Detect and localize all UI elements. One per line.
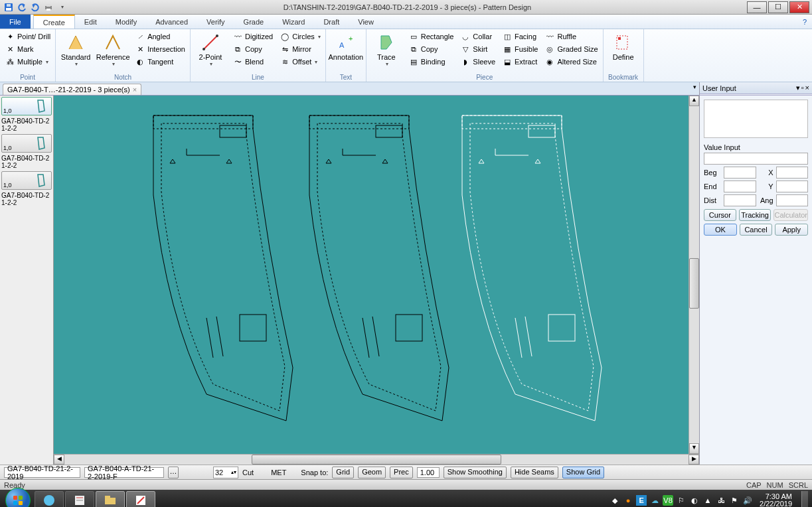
piece-thumbnail-3[interactable]: 1,0 — [1, 171, 52, 190]
qa-undo-icon[interactable] — [16, 1, 28, 13]
rectangle-button[interactable]: ▭Rectangle — [406, 31, 456, 42]
mirror-button[interactable]: ⇋Mirror — [278, 43, 323, 55]
tray-icon[interactable]: ◐ — [689, 495, 700, 506]
multiple-button[interactable]: ⁂Multiple — [3, 56, 52, 68]
x-field[interactable] — [776, 167, 809, 179]
tray-volume-icon[interactable]: 🔊 — [742, 495, 753, 506]
reference-notch-button[interactable]: Reference — [96, 31, 130, 68]
qa-redo-icon[interactable] — [29, 1, 41, 13]
menu-file[interactable]: File — [0, 15, 31, 29]
tray-icon[interactable]: ● — [623, 495, 633, 506]
menu-modify[interactable]: Modify — [106, 15, 146, 29]
binding-button[interactable]: ▤Binding — [406, 56, 456, 68]
ruffle-button[interactable]: 〰Ruffle — [542, 31, 600, 42]
two-point-button[interactable]: 2-Point — [193, 31, 228, 68]
y-field[interactable] — [776, 181, 809, 192]
close-button[interactable]: ✕ — [789, 1, 809, 13]
scroll-left-button[interactable]: ◀ — [54, 455, 64, 465]
quick-file2[interactable]: GA7-B040-A-TD-21-2-2019-F — [84, 467, 164, 478]
blend-button[interactable]: 〜Blend — [230, 56, 275, 68]
snap-geom-button[interactable]: Geom — [358, 467, 386, 478]
sleeve-button[interactable]: ◗Sleeve — [458, 56, 497, 68]
horizontal-scrollbar[interactable]: ◀ ▶ — [54, 454, 699, 465]
taskbar-app-2[interactable] — [65, 491, 94, 507]
collar-button[interactable]: ◡Collar — [458, 31, 497, 42]
tray-icon[interactable]: ▲ — [702, 495, 713, 506]
offset-button[interactable]: ≋Offset — [278, 56, 323, 68]
tray-flag-icon[interactable]: ⚑ — [729, 495, 740, 506]
altered-size-button[interactable]: ◉Altered Size — [542, 56, 600, 68]
tray-icon[interactable]: E — [636, 495, 647, 506]
menu-verify[interactable]: Verify — [197, 15, 234, 29]
scroll-thumb[interactable] — [252, 455, 501, 465]
copy-piece-button[interactable]: ⧉Copy — [406, 43, 456, 55]
digitized-button[interactable]: 〰Digitized — [230, 31, 275, 42]
tray-icon[interactable]: ⚐ — [676, 495, 687, 506]
document-tab-close-icon[interactable]: × — [133, 86, 137, 94]
snap-value[interactable]: 1.00 — [417, 467, 440, 478]
tray-icon[interactable]: ◆ — [609, 495, 620, 506]
scroll-up-button[interactable]: ▲ — [689, 96, 699, 106]
menu-edit[interactable]: Edit — [75, 15, 106, 29]
document-tab-active[interactable]: GA7-B040-T…-21-2-2019 - 3 piece(s) × — [3, 84, 141, 95]
point-drill-button[interactable]: ✦Point/ Drill — [3, 31, 52, 42]
hide-seams-button[interactable]: Hide Seams — [511, 467, 558, 478]
tray-icon[interactable]: V8 — [663, 495, 673, 506]
show-grid-button[interactable]: Show Grid — [562, 467, 604, 478]
menu-view[interactable]: View — [349, 15, 383, 29]
tangent-button[interactable]: ◐Tangent — [133, 56, 187, 68]
facing-button[interactable]: ◫Facing — [500, 31, 540, 42]
cancel-button[interactable]: Cancel — [740, 224, 773, 236]
intersection-button[interactable]: ✕Intersection — [133, 43, 187, 55]
value-input-field[interactable] — [704, 153, 808, 165]
panel-dropdown-icon[interactable]: ▾ — [796, 84, 800, 92]
quick-file1[interactable]: GA7-B040-TD-21-2-2019 — [4, 467, 80, 478]
taskbar-app-4[interactable] — [126, 491, 155, 507]
tray-icon[interactable]: ☁ — [649, 495, 660, 506]
minimize-button[interactable]: — — [747, 1, 767, 13]
scroll-right-button[interactable]: ▶ — [689, 455, 699, 465]
graded-size-button[interactable]: ◎Graded Size — [542, 43, 600, 55]
taskbar-app-3[interactable] — [96, 491, 125, 507]
fusible-button[interactable]: ▦Fusible — [500, 43, 540, 55]
canvas[interactable] — [54, 96, 689, 454]
tracking-button[interactable]: Tracking — [739, 209, 771, 221]
panel-pin-icon[interactable]: ▫ — [801, 84, 804, 92]
scroll-track[interactable] — [64, 455, 689, 465]
start-button[interactable] — [5, 488, 31, 507]
qa-save-icon[interactable] — [3, 1, 15, 13]
end-field[interactable] — [724, 181, 756, 192]
cursor-button[interactable]: Cursor — [704, 209, 736, 221]
menu-grade[interactable]: Grade — [234, 15, 274, 29]
vertical-scrollbar[interactable]: ▲ ▼ — [689, 96, 699, 454]
document-tabs-dropdown-icon[interactable]: ▾ — [693, 84, 696, 90]
qa-print-icon[interactable] — [42, 1, 54, 13]
help-icon[interactable]: ? — [797, 15, 812, 29]
tray-network-icon[interactable]: 🖧 — [716, 495, 726, 506]
copy-line-button[interactable]: ⧉Copy — [230, 43, 275, 55]
piece-thumbnail-1[interactable]: 1,0 — [1, 97, 52, 115]
maximize-button[interactable]: ☐ — [768, 1, 788, 13]
snap-grid-button[interactable]: Grid — [332, 467, 354, 478]
extract-button[interactable]: ⬓Extract — [500, 56, 540, 68]
qa-customize-icon[interactable] — [56, 1, 68, 13]
circles-button[interactable]: ◯Circles — [278, 31, 323, 42]
scroll-track[interactable] — [689, 106, 699, 443]
define-button[interactable]: Define — [606, 31, 641, 62]
ok-button[interactable]: OK — [704, 224, 737, 236]
taskbar-clock[interactable]: 7:30 AM 2/22/2019 — [756, 493, 796, 507]
scroll-down-button[interactable]: ▼ — [689, 443, 699, 454]
quick-browse-icon[interactable]: … — [168, 467, 179, 478]
piece-thumbnail-2[interactable]: 1,0 — [1, 134, 52, 153]
apply-button[interactable]: Apply — [775, 224, 808, 236]
standard-notch-button[interactable]: Standard — [58, 31, 93, 68]
show-desktop-button[interactable] — [801, 491, 808, 507]
beg-field[interactable] — [724, 167, 756, 179]
scroll-thumb[interactable] — [689, 258, 699, 309]
trace-button[interactable]: Trace — [369, 31, 404, 68]
menu-create[interactable]: Create — [33, 15, 75, 29]
quick-spin[interactable]: 32▴▾ — [213, 467, 238, 478]
ang-field[interactable] — [776, 194, 809, 206]
menu-wizard[interactable]: Wizard — [273, 15, 314, 29]
menu-advanced[interactable]: Advanced — [146, 15, 197, 29]
